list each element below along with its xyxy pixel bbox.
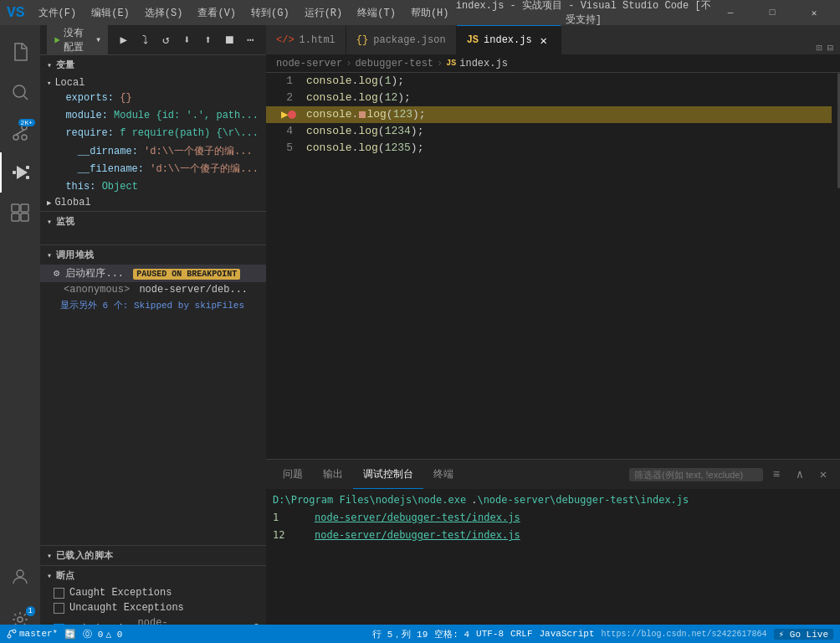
- settings-badge: 1: [26, 606, 35, 616]
- breadcrumb-file[interactable]: index.js: [459, 58, 508, 69]
- loaded-scripts-header[interactable]: ▾ 已载入的脚本: [40, 546, 266, 565]
- bp-caught-checkbox[interactable]: [54, 588, 64, 599]
- menu-help[interactable]: 帮助(H): [404, 4, 456, 22]
- var-dirname: __dirname: 'd:\\一个傻子的编...: [40, 143, 266, 161]
- more-options-button[interactable]: ⋯: [242, 28, 259, 52]
- filter-input[interactable]: [629, 468, 763, 481]
- bp-caught-label: Caught Exceptions: [69, 587, 172, 599]
- line-numbers: 1 2 3 4 5: [266, 73, 300, 459]
- require-key: require: [65, 127, 107, 139]
- panel-tab-terminal[interactable]: 终端: [423, 460, 464, 489]
- terminal-output-12: 12: [273, 527, 298, 543]
- maximize-button[interactable]: □: [753, 0, 791, 25]
- callstack-header[interactable]: ▾ 调用堆栈: [40, 245, 266, 265]
- panel-up-button[interactable]: ∧: [790, 465, 810, 485]
- svg-rect-8: [26, 166, 29, 169]
- indentation[interactable]: 空格: 4: [434, 628, 469, 640]
- line-endings[interactable]: CRLF: [510, 629, 532, 639]
- dirname-key: __dirname: [78, 146, 132, 157]
- activity-extensions-icon[interactable]: [0, 193, 40, 233]
- step-out-button[interactable]: ⬆: [199, 28, 217, 52]
- tab-1html[interactable]: </> 1.html: [266, 25, 346, 54]
- svg-point-4: [22, 135, 27, 140]
- bp-header-label: 断点: [56, 569, 75, 582]
- git-branch-item[interactable]: master*: [7, 629, 58, 639]
- stop-button[interactable]: ⏹: [220, 28, 238, 52]
- debug-console-tab-label: 调试控制台: [363, 467, 413, 481]
- variables-header-label: 变量: [56, 59, 75, 71]
- breadcrumb-node-server[interactable]: node-server: [276, 58, 342, 69]
- svg-rect-11: [21, 204, 28, 212]
- menu-run[interactable]: 运行(R): [298, 4, 350, 22]
- close-button[interactable]: ✕: [795, 0, 833, 25]
- var-module: module: Module {id: '.', path...: [40, 107, 266, 125]
- tab-package-json[interactable]: {} package.json: [346, 25, 457, 54]
- breakpoints-header[interactable]: ▾ 断点: [40, 566, 266, 585]
- activity-source-control-icon[interactable]: 2K+: [0, 112, 40, 152]
- breadcrumb-debugger-test[interactable]: debugger-test: [355, 58, 433, 69]
- terminal-link-1[interactable]: node-server/debugger-test/index.js: [315, 510, 520, 526]
- svg-line-1: [24, 96, 28, 100]
- activity-files-icon[interactable]: [0, 32, 40, 72]
- menu-goto[interactable]: 转到(G): [244, 4, 296, 22]
- menu-view[interactable]: 查看(V): [191, 4, 243, 22]
- errors-item[interactable]: ⓪ 0 △ 0: [83, 628, 122, 640]
- cursor-position[interactable]: 行 5，列 19: [372, 628, 428, 640]
- terminal-tab-label: 终端: [433, 467, 453, 481]
- menu-select[interactable]: 选择(S): [138, 4, 190, 22]
- activity-search-icon[interactable]: [0, 72, 40, 112]
- collapse-panels-icon[interactable]: ⊟: [827, 42, 833, 54]
- watch-header[interactable]: ▾ 监视: [40, 212, 266, 231]
- tab-1html-label: 1.html: [300, 34, 335, 46]
- bp-uncaught-checkbox[interactable]: [54, 603, 64, 614]
- callstack-anon[interactable]: <anonymous> node-server/deb...: [40, 282, 266, 297]
- terminal-output-1: 1: [273, 510, 298, 526]
- code-line-5[interactable]: console.log(1235);: [306, 140, 832, 157]
- panel-menu-button[interactable]: ≡: [766, 465, 786, 485]
- local-group[interactable]: ▾ Local: [40, 76, 266, 90]
- activity-debug-icon[interactable]: [0, 152, 40, 193]
- minimize-button[interactable]: —: [711, 0, 750, 25]
- panel-tab-output[interactable]: 输出: [313, 460, 353, 489]
- sync-item[interactable]: 🔄: [64, 629, 76, 640]
- menu-edit[interactable]: 编辑(E): [85, 4, 136, 22]
- restart-button[interactable]: ↺: [157, 28, 175, 52]
- git-branch-icon: [7, 629, 17, 639]
- line-num-2: 2: [266, 90, 293, 106]
- menu-terminal[interactable]: 终端(T): [351, 4, 402, 22]
- go-live-button[interactable]: ⚡ Go Live: [774, 629, 833, 640]
- tab-index-js[interactable]: JS index.js ✕: [457, 25, 561, 54]
- output-tab-label: 输出: [323, 467, 343, 481]
- menu-file[interactable]: 文件(F): [32, 4, 84, 22]
- split-editor-icon[interactable]: ⊡: [817, 42, 822, 54]
- panel-close-button[interactable]: ✕: [813, 465, 833, 485]
- encoding[interactable]: UTF-8: [476, 629, 504, 639]
- code-line-1[interactable]: console.log(1);: [306, 73, 832, 90]
- panel-tab-debug-console[interactable]: 调试控制台: [353, 460, 423, 489]
- terminal-link-12[interactable]: node-server/debugger-test/index.js: [315, 527, 520, 543]
- step-over-button[interactable]: ⤵: [136, 28, 153, 52]
- csdn-url[interactable]: https://blog.csdn.net/s2422617864: [602, 630, 767, 639]
- skipped-files-text[interactable]: 显示另外 6 个: Skipped by skipFiles: [40, 297, 266, 313]
- step-into-button[interactable]: ⬇: [178, 28, 196, 52]
- activity-account-icon[interactable]: [0, 556, 40, 596]
- scripts-header-label: 已载入的脚本: [56, 549, 114, 562]
- svg-point-15: [18, 617, 23, 622]
- continue-button[interactable]: ▶: [115, 28, 132, 52]
- panel-tab-problems[interactable]: 问题: [273, 460, 313, 489]
- local-expand-arrow: ▾: [47, 79, 51, 88]
- global-group[interactable]: ▶ Global: [40, 196, 266, 209]
- code-line-2[interactable]: console.log(12);: [306, 90, 832, 106]
- callstack-entry[interactable]: ⚙ 启动程序... PAUSED ON BREAKPOINT: [40, 265, 266, 282]
- variables-header[interactable]: ▾ 变量: [40, 55, 266, 75]
- debug-config[interactable]: 没有配置 ▾: [47, 25, 108, 56]
- code-line-4[interactable]: console.log(1234);: [306, 123, 832, 140]
- vscode-logo: VS: [7, 4, 25, 21]
- language-mode[interactable]: JavaScript: [540, 629, 595, 639]
- titlebar: VS 文件(F) 编辑(E) 选择(S) 查看(V) 转到(G) 运行(R) 终…: [0, 0, 840, 25]
- tab-close-button[interactable]: ✕: [537, 33, 551, 47]
- node-exe-path: D:\Program Files\nodejs\node.exe: [273, 492, 466, 508]
- code-line-3[interactable]: ▶ console.log(123);: [306, 106, 832, 123]
- var-exports: exports: {}: [40, 90, 266, 107]
- panel-content: D:\Program Files\nodejs\node.exe .\node-…: [266, 489, 840, 643]
